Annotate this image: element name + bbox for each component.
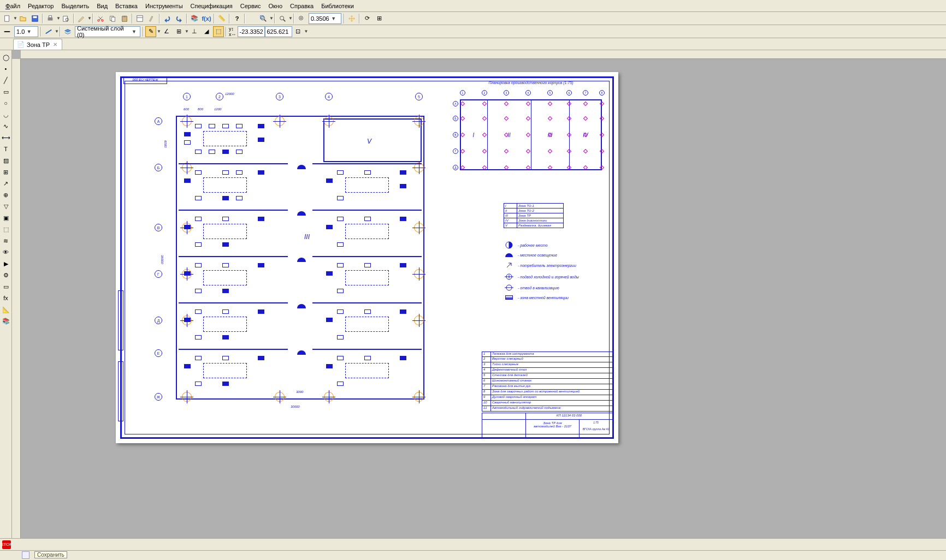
refresh-icon[interactable]: ⟳ <box>362 13 373 24</box>
scale-combo[interactable]: 0.3506▼ <box>309 13 341 24</box>
ortho-icon[interactable]: ⊥ <box>189 26 200 37</box>
svg-line-19 <box>283 19 286 21</box>
arc-icon[interactable]: ◡ <box>1 110 11 120</box>
spline-icon[interactable]: ∿ <box>1 121 11 131</box>
leader-icon[interactable]: ↗ <box>1 178 11 188</box>
whatsthis-icon[interactable]: ? <box>232 13 243 24</box>
svg-line-16 <box>264 19 267 21</box>
save-icon[interactable] <box>29 13 40 24</box>
open-icon[interactable] <box>17 13 28 24</box>
dim-icon[interactable]: ⟷ <box>1 133 11 142</box>
vertical-toolbar: ◯ • ╱ ▭ ○ ◡ ∿ ⟷ T ▨ ⊞ ↗ ⊕ ▽ ▣ ⬚ ≋ 👁 ▶ ⚙ … <box>0 50 12 538</box>
menu-view[interactable]: Вид <box>93 1 111 11</box>
snap-grid-icon[interactable]: ⊞ <box>173 26 184 37</box>
svg-rect-4 <box>49 15 51 17</box>
stop-icon[interactable]: STOP <box>2 540 11 549</box>
copy-props-icon[interactable] <box>146 13 157 24</box>
select-icon[interactable]: ▭ <box>1 282 11 291</box>
hint-bar: Сохранить <box>0 550 946 560</box>
round-icon[interactable]: ◢ <box>201 26 212 37</box>
variables-icon[interactable]: f(x) <box>201 13 212 24</box>
undo-icon[interactable] <box>162 13 173 24</box>
preview-icon[interactable] <box>61 13 72 24</box>
base-icon[interactable]: ▣ <box>1 213 11 223</box>
axis-icon[interactable]: ⊕ <box>1 190 11 200</box>
snap-angle-icon[interactable]: ∠ <box>161 26 172 37</box>
menu-select[interactable]: Выделить <box>58 1 92 11</box>
point-icon[interactable]: • <box>1 64 11 74</box>
pan-icon[interactable] <box>346 13 357 24</box>
zoom-in-icon[interactable] <box>296 13 307 24</box>
menu-spec[interactable]: Спецификация <box>187 1 236 11</box>
text-icon[interactable]: T <box>1 144 11 154</box>
toolbar-props: 1.0▼ ▼ Системный слой (0)▼ ✎▼ ∠ ⊞▼ ⊥ ◢ ⬚… <box>0 25 946 38</box>
svg-rect-3 <box>48 17 53 20</box>
redo-icon[interactable] <box>174 13 185 24</box>
menu-file[interactable]: ФФайлайл <box>2 1 23 11</box>
menu-libraries[interactable]: Библиотеки <box>318 1 357 11</box>
tab-zona-tr[interactable]: 📄 Зона ТР ✕ <box>13 39 62 50</box>
circle-icon[interactable]: ○ <box>1 98 11 108</box>
coord-x-input[interactable] <box>238 26 265 37</box>
properties-icon[interactable] <box>134 13 145 24</box>
document-tabs: 📄 Зона ТР ✕ <box>0 38 946 50</box>
line-icon[interactable]: ╱ <box>1 75 11 85</box>
floor-plan: V III 1 2 3 4 5 А Б В Г Д Е Ж <box>149 91 427 405</box>
coord-y-input[interactable] <box>265 26 292 37</box>
geometry-icon[interactable]: ◯ <box>1 52 11 62</box>
snap-toggle[interactable]: ✎ <box>145 26 156 37</box>
svg-point-15 <box>261 16 265 20</box>
status-bar: STOP <box>0 538 946 550</box>
print-icon[interactable] <box>45 13 56 24</box>
zoom-window-icon[interactable] <box>258 13 269 24</box>
edit-icon[interactable] <box>76 13 87 24</box>
svg-rect-13 <box>137 15 143 21</box>
macro-icon[interactable]: ▶ <box>1 259 11 269</box>
svg-rect-12 <box>123 15 126 17</box>
drawing-stamp: 000 ЕО ЧЕРТЕЖ <box>123 78 167 84</box>
rough-icon[interactable]: ▽ <box>1 201 11 211</box>
zoom-dynamic-icon[interactable] <box>277 13 288 24</box>
table-icon[interactable]: ⊞ <box>1 167 11 177</box>
lib-icon[interactable]: 📚 <box>1 316 11 326</box>
break-icon[interactable]: ≋ <box>1 236 11 246</box>
menu-tools[interactable]: Инструменты <box>142 1 186 11</box>
layer-combo[interactable]: Системный слой (0)▼ <box>75 26 140 37</box>
linestyle-icon[interactable] <box>2 26 13 37</box>
zoom-value[interactable]: 1.0▼ <box>14 26 38 37</box>
showall-icon[interactable]: ⊞ <box>374 13 385 24</box>
hatch-icon[interactable]: ▨ <box>1 156 11 165</box>
measure2-icon[interactable]: 📐 <box>1 305 11 314</box>
linecolor-icon[interactable] <box>43 26 54 37</box>
coord-menu-icon[interactable]: ⊡ <box>293 26 304 37</box>
layermgr-icon[interactable] <box>62 26 73 37</box>
drawing-canvas[interactable]: 000 ЕО ЧЕРТЕЖ V III 1 2 3 4 5 А Б В <box>12 50 946 538</box>
constr-icon[interactable]: ⚙ <box>1 270 11 280</box>
param2-icon[interactable]: fx <box>1 293 11 303</box>
svg-point-18 <box>280 16 284 20</box>
menu-service[interactable]: Сервис <box>237 1 264 11</box>
svg-rect-5 <box>63 16 68 21</box>
menu-editor[interactable]: Редактор <box>25 1 57 11</box>
menu-bar: ФФайлайл Редактор Выделить Вид Вставка И… <box>0 0 946 12</box>
hint-text: Сохранить <box>34 551 67 558</box>
manager-icon[interactable]: 📚 <box>189 13 200 24</box>
paste-icon[interactable] <box>119 13 130 24</box>
title-block: КП 12134 03 000 Зона ТР дляавтомобилей В… <box>482 413 613 438</box>
param-icon[interactable]: ⬚ <box>213 26 224 37</box>
measure-icon[interactable]: 📏 <box>216 13 227 24</box>
menu-help[interactable]: Справка <box>287 1 317 11</box>
svg-rect-2 <box>33 16 37 18</box>
view-icon[interactable]: 👁 <box>1 247 11 257</box>
cut-icon[interactable] <box>95 13 106 24</box>
menu-window[interactable]: Окно <box>265 1 286 11</box>
new-icon[interactable] <box>2 13 13 24</box>
frame-icon[interactable]: ⬚ <box>1 224 11 234</box>
zone-table: IЗона ТО-1 IIЗона ТО-2 IIIЗона ТР IVЗона… <box>504 203 564 228</box>
copy-icon[interactable] <box>107 13 118 24</box>
rect-icon[interactable]: ▭ <box>1 87 11 97</box>
menu-insert[interactable]: Вставка <box>112 1 141 11</box>
toolbar-main: ▼ ▼ ▼ 📚 f(x) 📏 ? ▼ ▼ 0.3506▼ ⟳ ⊞ <box>0 12 946 25</box>
tab-close-icon[interactable]: ✕ <box>52 41 58 47</box>
tab-label: Зона ТР <box>27 41 50 48</box>
